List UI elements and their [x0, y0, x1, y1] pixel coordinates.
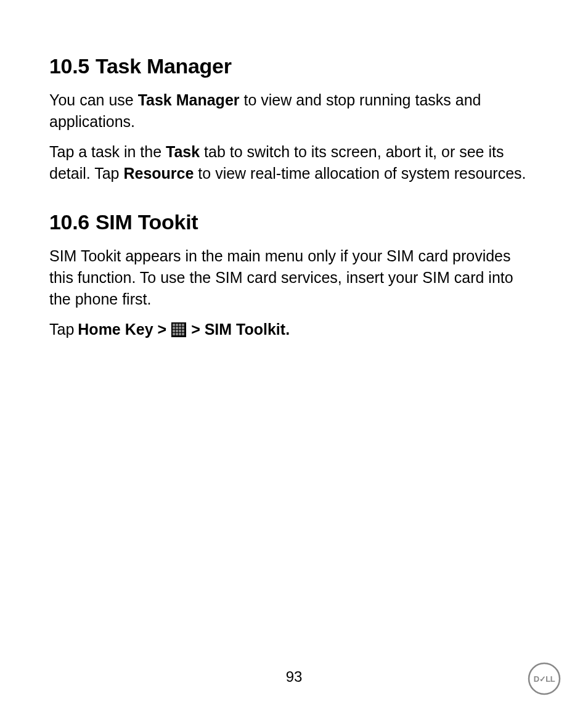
svg-rect-12	[182, 330, 184, 332]
dell-logo-icon: D✓LL	[528, 662, 561, 695]
svg-rect-14	[176, 333, 178, 335]
section-heading-task-manager: 10.5Task Manager	[49, 54, 539, 78]
bold-resource: Resource	[123, 165, 194, 182]
text-fragment: Tap a task in the	[49, 143, 166, 160]
text-fragment: You can use	[49, 91, 138, 108]
paragraph-sim-toolkit-path: Tap Home Key >	[49, 319, 539, 340]
svg-rect-4	[182, 324, 184, 326]
svg-rect-13	[173, 333, 175, 335]
svg-rect-8	[182, 327, 184, 329]
section-title: Task Manager	[96, 54, 232, 78]
svg-rect-3	[179, 324, 181, 326]
bold-home-key: Home Key >	[78, 319, 166, 340]
text-fragment: to view real-time allocation of system r…	[194, 165, 526, 182]
bold-sim-toolkit: > SIM Toolkit.	[191, 319, 290, 340]
svg-rect-9	[173, 330, 175, 332]
paragraph-task-manager-intro: You can use Task Manager to view and sto…	[49, 89, 539, 133]
section-title: SIM Tookit	[96, 210, 198, 234]
svg-rect-6	[176, 327, 178, 329]
apps-grid-icon	[171, 322, 186, 337]
section-number: 10.6	[49, 210, 89, 234]
svg-rect-11	[179, 330, 181, 332]
bold-task-manager: Task Manager	[138, 91, 240, 108]
page-number: 93	[286, 668, 303, 685]
bold-task: Task	[166, 143, 200, 160]
section-heading-sim-toolkit: 10.6SIM Tookit	[49, 210, 539, 234]
section-number: 10.5	[49, 54, 89, 78]
svg-text:D✓LL: D✓LL	[534, 674, 555, 684]
paragraph-task-tab: Tap a task in the Task tab to switch to …	[49, 141, 539, 184]
paragraph-sim-tookit-intro: SIM Tookit appears in the main menu only…	[49, 245, 539, 310]
svg-rect-15	[179, 333, 181, 335]
svg-rect-2	[176, 324, 178, 326]
text-fragment: Tap	[49, 319, 74, 340]
svg-rect-16	[182, 333, 184, 335]
svg-rect-10	[176, 330, 178, 332]
svg-rect-5	[173, 327, 175, 329]
svg-rect-7	[179, 327, 181, 329]
svg-rect-1	[173, 324, 175, 326]
